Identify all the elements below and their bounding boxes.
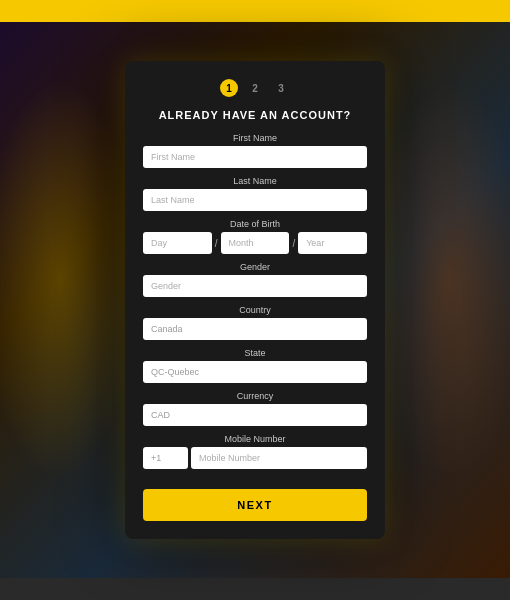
first-name-group: First Name bbox=[143, 133, 367, 168]
dob-year-input[interactable] bbox=[298, 232, 367, 254]
dob-label: Date of Birth bbox=[143, 219, 367, 229]
currency-label: Currency bbox=[143, 391, 367, 401]
state-group: State bbox=[143, 348, 367, 383]
gender-group: Gender bbox=[143, 262, 367, 297]
country-input[interactable] bbox=[143, 318, 367, 340]
currency-input[interactable] bbox=[143, 404, 367, 426]
first-name-label: First Name bbox=[143, 133, 367, 143]
dob-month-input[interactable] bbox=[221, 232, 290, 254]
bottom-bar bbox=[0, 578, 510, 600]
registration-card: 1 2 3 ALREADY HAVE AN ACCOUNT? First Nam… bbox=[125, 61, 385, 539]
dob-separator-2: / bbox=[292, 238, 295, 249]
step-3: 3 bbox=[272, 79, 290, 97]
mobile-group: Mobile Number bbox=[143, 434, 367, 469]
card-title: ALREADY HAVE AN ACCOUNT? bbox=[143, 109, 367, 121]
currency-group: Currency bbox=[143, 391, 367, 426]
step-indicators: 1 2 3 bbox=[143, 79, 367, 97]
first-name-input[interactable] bbox=[143, 146, 367, 168]
mobile-row bbox=[143, 447, 367, 469]
bg-glow-left bbox=[0, 80, 140, 480]
state-input[interactable] bbox=[143, 361, 367, 383]
state-label: State bbox=[143, 348, 367, 358]
last-name-group: Last Name bbox=[143, 176, 367, 211]
bg-glow-right bbox=[370, 80, 510, 480]
top-bar bbox=[0, 0, 510, 22]
dob-separator-1: / bbox=[215, 238, 218, 249]
mobile-label: Mobile Number bbox=[143, 434, 367, 444]
dob-group: Date of Birth / / bbox=[143, 219, 367, 254]
dob-day-input[interactable] bbox=[143, 232, 212, 254]
last-name-input[interactable] bbox=[143, 189, 367, 211]
next-button[interactable]: NEXT bbox=[143, 489, 367, 521]
country-group: Country bbox=[143, 305, 367, 340]
step-1: 1 bbox=[220, 79, 238, 97]
gender-input[interactable] bbox=[143, 275, 367, 297]
gender-label: Gender bbox=[143, 262, 367, 272]
mobile-code-input[interactable] bbox=[143, 447, 188, 469]
mobile-number-input[interactable] bbox=[191, 447, 367, 469]
dob-row: / / bbox=[143, 232, 367, 254]
country-label: Country bbox=[143, 305, 367, 315]
step-2: 2 bbox=[246, 79, 264, 97]
last-name-label: Last Name bbox=[143, 176, 367, 186]
